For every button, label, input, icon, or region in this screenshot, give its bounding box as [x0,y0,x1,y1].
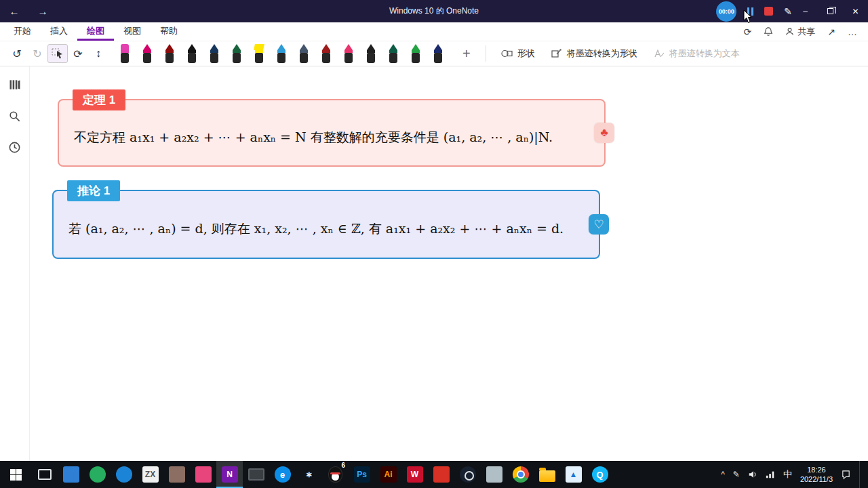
ink-to-shape-button[interactable]: 将墨迹转换为形状 [543,47,646,60]
page-canvas[interactable]: 定理 1 不定方程 a₁x₁ + a₂x₂ + ⋯ + aₙxₙ = N 有整数… [30,66,868,461]
system-tray: ^ ✎ 中 18:26 2022/11/3 [715,461,868,488]
taskbar-icon-task-view[interactable] [31,461,58,488]
notification-center-icon[interactable] [841,470,851,480]
shapes-button[interactable]: 形状 [493,47,543,60]
taskbar-icon-app-star[interactable]: ∗ [296,461,322,488]
eraser-tool[interactable] [118,44,132,64]
rotate-tool-button[interactable]: ⟳ [68,44,88,63]
pan-tool-button[interactable]: ↕ [88,44,108,63]
sync-icon[interactable]: ⟳ [744,26,752,37]
restore-button[interactable] [818,0,843,22]
ribbon-tab[interactable]: 插入 [41,22,77,41]
taskbar-app-icons: ZXNe∗6PsAiW▲Q [31,461,613,488]
taskbar-icon-photoshop[interactable]: Ps [349,461,375,488]
network-icon[interactable] [766,470,775,479]
bell-icon[interactable] [764,27,773,37]
ribbon-tab[interactable]: 帮助 [151,22,187,41]
ink-to-text-button[interactable]: 将墨迹转换为文本 [646,47,748,60]
notebooks-icon[interactable] [7,77,22,92]
taskbar-icon-file-explorer[interactable] [534,461,560,488]
content-area: 定理 1 不定方程 a₁x₁ + a₂x₂ + ⋯ + aₙxₙ = N 有整数… [0,66,868,461]
tray-chevron-icon[interactable]: ^ [721,470,725,479]
file-explorer-icon [539,470,555,482]
tray-pen-icon[interactable]: ✎ [733,470,740,479]
taskbar-icon-app-w[interactable]: W [401,461,428,488]
badge-count: 6 [341,462,345,469]
draw-pencil-icon[interactable]: ✎ [784,6,792,17]
pen-tool[interactable] [409,44,422,64]
ribbon-right-actions: ⟳ 共享 ↗ … [744,22,868,41]
screen: ← → Windows 10 的 OneNote 00:00 ✎ – ✕ 开始插… [0,0,868,488]
lasso-select-icon [52,48,64,59]
corollary-text: 若 (a₁, a₂, ⋯ , aₙ) = d, 则存在 x₁, x₂, ⋯ , … [68,220,570,238]
taskbar-icon-edge[interactable]: e [269,461,296,488]
redo-button[interactable]: ↻ [27,44,47,63]
pen-tool[interactable] [297,44,311,64]
app-red-icon [433,466,450,483]
more-options-icon[interactable]: … [848,26,857,37]
ribbon-tab[interactable]: 视图 [114,22,151,41]
taskbar-icon-onenote[interactable]: N [216,461,243,488]
ink-to-shape-icon [551,49,562,58]
pen-tool[interactable] [319,44,333,64]
forward-button[interactable]: → [28,5,57,17]
left-sidebar [0,66,30,461]
show-desktop-button[interactable] [859,461,863,488]
fullscreen-icon[interactable]: ↗ [827,26,835,37]
taskbar-icon-steam[interactable] [454,461,481,488]
minimize-button[interactable]: – [793,0,818,22]
close-button[interactable]: ✕ [843,0,868,22]
recorder-overlay: 00:00 ✎ [716,0,792,22]
restore-icon [827,8,833,14]
taskbar-icon-chrome[interactable] [507,461,534,488]
pen-tool[interactable] [431,44,445,64]
pen-tool[interactable] [364,44,378,64]
taskbar-icon-illustrator[interactable]: Ai [375,461,401,488]
taskbar-icon-app-blue[interactable] [58,461,84,488]
pen-tool[interactable] [185,44,199,64]
share-label: 共享 [797,26,815,38]
edge-icon: e [275,466,291,483]
pen-tool[interactable] [140,44,154,64]
highlighter-tool[interactable] [252,44,266,64]
back-button[interactable]: ← [0,5,28,17]
app-blue-icon [63,466,79,483]
taskbar-icon-app-pink[interactable] [190,461,216,488]
recent-notes-icon[interactable] [7,140,22,155]
windows-logo-icon [10,469,22,481]
pen-tool[interactable] [163,44,176,64]
club-badge-icon[interactable]: ♣ [594,123,614,143]
tray-clock[interactable]: 18:26 2022/11/3 [800,465,833,485]
pen-tool[interactable] [275,44,288,64]
taskbar-icon-app-gray[interactable] [481,461,507,488]
photoshop-icon: Ps [354,466,370,483]
share-button[interactable]: 共享 [785,26,815,38]
pen-tool[interactable] [342,44,355,64]
ribbon-tab[interactable]: 绘图 [77,22,114,41]
taskbar-icon-app-brown[interactable] [163,461,190,488]
pen-tool[interactable] [230,44,243,64]
recording-timer: 00:00 [716,1,736,22]
taskbar-icon-app-zx[interactable]: ZX [137,461,163,488]
pen-tool[interactable] [208,44,221,64]
undo-button[interactable]: ↺ [7,44,27,63]
add-pen-button[interactable]: + [462,46,471,62]
taskbar-icon-app-blue-circle[interactable] [111,461,137,488]
ribbon-tab[interactable]: 开始 [4,22,41,41]
taskbar-icon-qq[interactable]: 6 [322,461,349,488]
stop-icon[interactable] [764,7,773,16]
taskbar-icon-app-photos[interactable]: ▲ [560,461,587,488]
heart-badge-icon[interactable]: ♡ [589,214,609,235]
taskbar-icon-app-monitor[interactable] [243,461,269,488]
theorem-box: 定理 1 不定方程 a₁x₁ + a₂x₂ + ⋯ + aₙxₙ = N 有整数… [58,99,606,167]
taskbar-icon-app-q[interactable]: Q [587,461,613,488]
taskbar-icon-app-green-browser[interactable] [84,461,111,488]
search-icon[interactable] [7,108,22,123]
taskbar: ZXNe∗6PsAiW▲Q ^ ✎ 中 18:26 2022/11/3 [0,461,868,488]
volume-icon[interactable] [748,470,757,479]
select-tool-button[interactable] [47,44,68,63]
taskbar-icon-app-red[interactable] [428,461,454,488]
pen-tool[interactable] [387,44,400,64]
ime-indicator[interactable]: 中 [783,468,792,481]
start-button[interactable] [0,461,31,488]
